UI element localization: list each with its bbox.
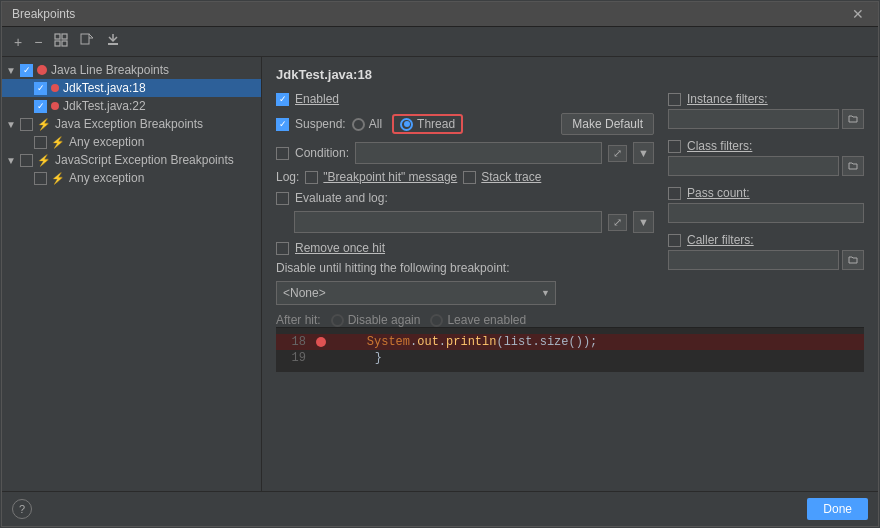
caller-filter-input[interactable] [668,250,839,270]
checkbox-js-exception[interactable] [20,154,33,167]
svg-rect-2 [55,41,60,46]
export-button[interactable] [76,31,98,52]
condition-input[interactable] [355,142,602,164]
breakpoint-dot [37,65,47,75]
instance-filter-input[interactable] [668,109,839,129]
condition-dropdown-btn[interactable]: ▼ [633,142,654,164]
condition-checkbox[interactable] [276,147,289,160]
group-button[interactable] [50,31,72,52]
class-filter-label-row: Class filters: [668,139,864,153]
stack-trace-checkbox[interactable] [463,171,476,184]
checkbox-any-exception-1[interactable] [34,136,47,149]
help-button[interactable]: ? [12,499,32,519]
instance-filter-row: Instance filters: [668,92,864,129]
suspend-all-radio[interactable] [352,118,365,131]
stack-trace-option[interactable]: Stack trace [463,170,541,184]
main-content: ▼ ✓ Java Line Breakpoints ✓ JdkTest.java… [2,57,878,491]
evaluate-dropdown-btn[interactable]: ▼ [633,211,654,233]
all-label: All [369,117,382,131]
suspend-checkbox[interactable]: ✓ [276,118,289,131]
leave-enabled-label: Leave enabled [447,313,526,327]
evaluate-input[interactable] [294,211,602,233]
tree-label-js-exception: JavaScript Exception Breakpoints [55,153,234,167]
detail-panel: JdkTest.java:18 ✓ Enabled ✓ Suspend: [262,57,878,491]
suspend-thread-radio[interactable] [400,118,413,131]
leave-enabled-radio[interactable] [430,314,443,327]
tree-item-any-exception-2[interactable]: ⚡ Any exception [2,169,261,187]
close-button[interactable]: ✕ [848,7,868,21]
class-filter-input[interactable] [668,156,839,176]
breakpoint-hit-checkbox[interactable] [305,171,318,184]
caller-filter-row: Caller filters: [668,233,864,270]
evaluate-expand-btn[interactable]: ⤢ [608,214,627,231]
pass-count-label: Pass count: [687,186,750,200]
suspend-label: Suspend: [295,117,346,131]
evaluate-checkbox[interactable] [276,192,289,205]
pass-count-input[interactable] [668,203,864,223]
tree-label-jdktest-22: JdkTest.java:22 [63,99,146,113]
breakpoint-dot-22 [51,102,59,110]
log-label: Log: [276,170,299,184]
enabled-checkbox[interactable]: ✓ [276,93,289,106]
caller-filter-browse-btn[interactable] [842,250,864,270]
tree-item-jdktest-18[interactable]: ✓ JdkTest.java:18 [2,79,261,97]
folder-icon [848,113,858,123]
condition-expand-btn[interactable]: ⤢ [608,145,627,162]
code-line-18: 18 System.out.println(list.size()); [276,334,864,350]
keyword-system: System [367,335,410,349]
method-out: out [417,335,439,349]
caller-filter-checkbox[interactable] [668,234,681,247]
breakpoints-tree: ▼ ✓ Java Line Breakpoints ✓ JdkTest.java… [2,57,262,491]
class-filter-browse-btn[interactable] [842,156,864,176]
code-line-19: 19 } [276,350,864,366]
bottom-bar: ? Done [2,491,878,526]
none-select-wrapper: <None> [276,281,556,305]
checkbox-java-line[interactable]: ✓ [20,64,33,77]
instance-filter-browse-btn[interactable] [842,109,864,129]
instance-filter-checkbox[interactable] [668,93,681,106]
class-filter-checkbox[interactable] [668,140,681,153]
import-button[interactable] [102,31,124,52]
evaluate-row: Evaluate and log: [276,191,654,205]
tree-item-any-exception-1[interactable]: ⚡ Any exception [2,133,261,151]
tree-label-jdktest-18: JdkTest.java:18 [63,81,146,95]
remove-once-hit-checkbox[interactable] [276,242,289,255]
disable-again-radio[interactable] [331,314,344,327]
breakpoint-dot-18 [51,84,59,92]
checkbox-jdktest-18[interactable]: ✓ [34,82,47,95]
lightning-icon-3: ⚡ [37,154,51,167]
tree-label-any-exception-2: Any exception [69,171,144,185]
svg-rect-1 [62,34,67,39]
none-select-row: <None> [276,281,654,305]
folder-icon-3 [848,254,858,264]
remove-button[interactable]: − [30,32,46,52]
breakpoints-dialog: Breakpoints ✕ + − [1,1,879,527]
tree-item-java-line[interactable]: ▼ ✓ Java Line Breakpoints [2,61,261,79]
instance-filter-label: Instance filters: [687,92,768,106]
checkbox-java-exception[interactable] [20,118,33,131]
stack-trace-label: Stack trace [481,170,541,184]
code-area: 18 System.out.println(list.size()); 19 } [276,327,864,372]
suspend-row: ✓ Suspend: All Thread [276,113,654,135]
breakpoint-hit-label: "Breakpoint hit" message [323,170,457,184]
tree-item-jdktest-22[interactable]: ✓ JdkTest.java:22 [2,97,261,115]
add-button[interactable]: + [10,32,26,52]
instance-filter-label-row: Instance filters: [668,92,864,106]
pass-count-checkbox[interactable] [668,187,681,200]
checkbox-jdktest-22[interactable]: ✓ [34,100,47,113]
breakpoint-hit-option[interactable]: "Breakpoint hit" message [305,170,457,184]
evaluate-input-row: ⤢ ▼ [276,211,654,233]
tree-item-js-exception[interactable]: ▼ ⚡ JavaScript Exception Breakpoints [2,151,261,169]
make-default-button[interactable]: Make Default [561,113,654,135]
class-filter-row: Class filters: [668,139,864,176]
none-select[interactable]: <None> [276,281,556,305]
leave-enabled-option: Leave enabled [430,313,526,327]
condition-label: Condition: [295,146,349,160]
done-button[interactable]: Done [807,498,868,520]
expand-arrow: ▼ [6,65,16,76]
suspend-thread-option[interactable]: Thread [392,114,463,134]
tree-item-java-exception[interactable]: ▼ ⚡ Java Exception Breakpoints [2,115,261,133]
checkbox-any-exception-2[interactable] [34,172,47,185]
suspend-all-option[interactable]: All [352,117,382,131]
suspend-options: All Thread [352,114,463,134]
